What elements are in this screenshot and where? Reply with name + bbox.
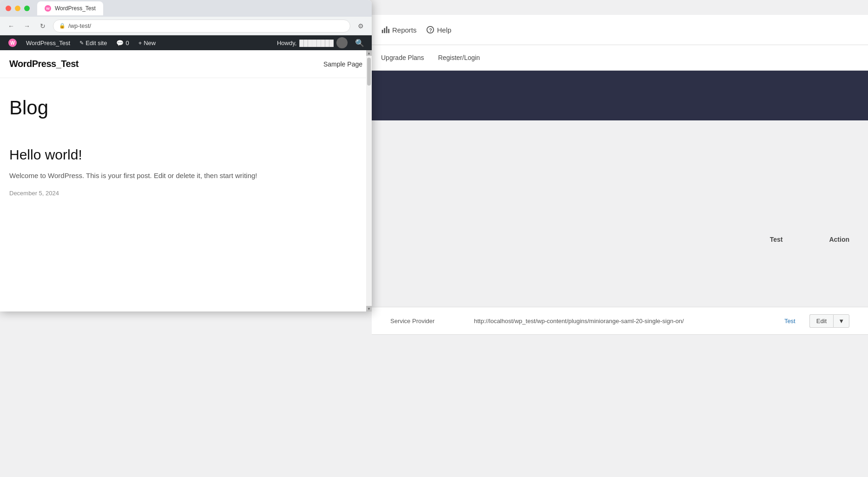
upgrade-plans-link[interactable]: Upgrade Plans <box>381 54 424 61</box>
reports-nav-item[interactable]: Reports <box>381 26 417 34</box>
tab-favicon: W <box>45 5 51 12</box>
forward-button[interactable]: → <box>21 20 33 32</box>
site-title: WordPress_Test <box>9 59 79 69</box>
scroll-up-arrow[interactable]: ▲ <box>366 50 372 56</box>
scrollbar-thumb[interactable] <box>367 58 371 86</box>
new-label: New <box>144 40 156 46</box>
blog-heading: Blog <box>9 97 362 119</box>
lock-icon: 🔒 <box>59 23 66 29</box>
edit-site-item[interactable]: ✎ Edit site <box>75 35 112 50</box>
action-group: Edit ▼ <box>809 314 849 328</box>
svg-rect-3 <box>388 29 389 33</box>
wp-logo-icon: W <box>8 39 17 47</box>
howdy-section: Howdy, ████████ <box>273 37 351 48</box>
back-button[interactable]: ← <box>6 20 17 32</box>
svg-rect-0 <box>382 30 383 33</box>
chrome-addressbar: ← → ↻ 🔒 /wp-test/ ⚙ <box>0 17 372 35</box>
test-column-header: Test <box>770 236 783 243</box>
service-provider-row: Service Provider http://localhost/wp_tes… <box>372 307 868 335</box>
site-name-label: WordPress_Test <box>26 40 70 46</box>
comments-count: 0 <box>125 40 129 46</box>
howdy-text: Howdy, <box>277 40 296 46</box>
post-title[interactable]: Hello world! <box>9 147 362 163</box>
site-name-item[interactable]: WordPress_Test <box>21 35 75 50</box>
wp-site: WordPress_Test Sample Page Blog Hello wo… <box>0 50 372 311</box>
minimize-button[interactable] <box>15 6 20 11</box>
url-text: /wp-test/ <box>68 22 91 29</box>
table-header-row: Test Action <box>372 226 868 252</box>
svg-rect-1 <box>384 28 385 33</box>
post-date: December 5, 2024 <box>9 190 59 197</box>
chrome-tab[interactable]: W WordPress_Test <box>37 1 103 15</box>
url-bar[interactable]: 🔒 /wp-test/ <box>53 20 350 33</box>
upgrade-bar: Upgrade Plans Register/Login <box>372 45 868 71</box>
edit-button[interactable]: Edit <box>809 314 833 328</box>
help-icon: ? <box>426 26 434 34</box>
scroll-down-arrow[interactable]: ▼ <box>366 306 372 311</box>
adminbar-search-icon[interactable]: 🔍 <box>351 39 368 47</box>
user-avatar <box>336 37 348 48</box>
tab-title: WordPress_Test <box>55 5 96 12</box>
comments-icon: 💬 <box>116 40 124 46</box>
site-nav: Sample Page <box>323 60 362 68</box>
comments-item[interactable]: 💬 0 <box>112 35 133 50</box>
reports-icon <box>381 26 389 34</box>
reload-button[interactable]: ↻ <box>37 20 48 32</box>
new-content-item[interactable]: + New <box>134 35 161 50</box>
svg-rect-2 <box>386 26 388 33</box>
dropdown-button[interactable]: ▼ <box>833 314 849 328</box>
chrome-window-controls <box>6 6 30 11</box>
post-excerpt: Welcome to WordPress. This is your first… <box>9 170 362 181</box>
service-provider-label: Service Provider <box>390 318 474 325</box>
site-content: Blog Hello world! Welcome to WordPress. … <box>0 78 372 311</box>
plus-icon: + <box>138 40 142 46</box>
register-login-link[interactable]: Register/Login <box>438 54 480 61</box>
service-provider-url: http://localhost/wp_test/wp-content/plug… <box>474 318 784 325</box>
close-button[interactable] <box>6 6 11 11</box>
help-nav-item[interactable]: ? Help <box>426 26 452 34</box>
dark-band-header <box>372 71 868 120</box>
wp-logo-item[interactable]: W <box>4 35 21 50</box>
help-label: Help <box>437 26 452 34</box>
chrome-window: W WordPress_Test ← → ↻ 🔒 /wp-test/ ⚙ W W… <box>0 0 372 311</box>
test-link[interactable]: Test <box>784 318 796 325</box>
chrome-scrollbar[interactable]: ▲ ▼ <box>366 50 372 311</box>
site-header: WordPress_Test Sample Page <box>0 50 372 78</box>
chrome-titlebar: W WordPress_Test <box>0 0 372 17</box>
reports-label: Reports <box>392 26 417 34</box>
post-item: Hello world! Welcome to WordPress. This … <box>9 147 362 197</box>
edit-site-label: Edit site <box>85 40 107 46</box>
svg-text:?: ? <box>429 27 432 33</box>
wp-adminbar: W WordPress_Test ✎ Edit site 💬 0 + New H… <box>0 35 372 50</box>
action-column-header: Action <box>829 236 849 243</box>
sample-page-link[interactable]: Sample Page <box>323 60 362 68</box>
admin-topbar: Reports ? Help <box>372 15 868 45</box>
username-text: ████████ <box>299 40 334 46</box>
chrome-search-button[interactable]: ⚙ <box>355 20 366 32</box>
maximize-button[interactable] <box>24 6 30 11</box>
